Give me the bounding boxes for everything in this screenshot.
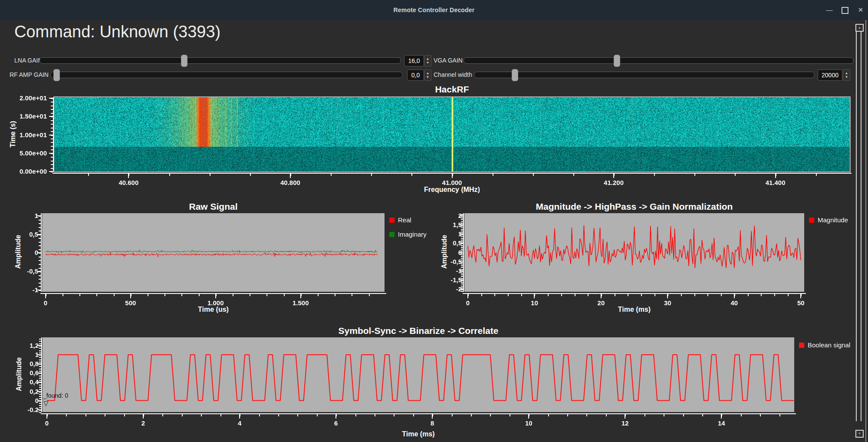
y-minor-tick <box>461 218 463 218</box>
spin-up-icon[interactable]: ▲ <box>845 72 848 75</box>
spin-up-icon[interactable]: ▲ <box>426 72 430 75</box>
x-tick-label: 4 <box>220 419 259 427</box>
x-minor-tick <box>233 294 233 296</box>
y-minor-tick <box>39 392 41 393</box>
y-minor-tick <box>51 106 53 106</box>
x-minor-tick <box>748 294 749 296</box>
y-minor-tick <box>39 242 41 243</box>
y-minor-tick <box>461 236 463 237</box>
x-tick-label: 41.400 <box>756 179 795 186</box>
x-minor-tick <box>641 294 642 296</box>
minimize-button[interactable]: — <box>823 0 836 20</box>
vga-gain-slider[interactable] <box>464 57 854 64</box>
y-minor-tick <box>461 274 463 275</box>
y-minor-tick <box>39 376 41 376</box>
lna-gain-stepper[interactable]: ▲ ▼ <box>424 55 431 66</box>
y-minor-tick <box>51 120 53 121</box>
y-minor-tick <box>51 128 53 129</box>
y-minor-tick <box>39 249 41 250</box>
channel-width-stepper[interactable]: ▲ ▼ <box>843 69 850 81</box>
x-minor-tick <box>707 294 708 296</box>
spectrogram-y-axis-label: Time (s) <box>9 104 17 165</box>
legend-swatch <box>799 343 804 348</box>
channel-width-handle[interactable] <box>512 69 518 81</box>
y-tick-label: -2 <box>423 285 462 293</box>
y-minor-tick <box>461 229 463 230</box>
legend-item: Boolean signal <box>799 341 850 349</box>
y-minor-tick <box>39 343 41 344</box>
x-tick-label: 14 <box>702 419 741 427</box>
rf-amp-gain-stepper[interactable]: ▲ ▼ <box>424 69 431 81</box>
x-axis-line <box>53 173 852 174</box>
x-tick-label: 2 <box>124 419 163 427</box>
y-major-tick <box>37 373 41 373</box>
y-major-tick <box>37 252 41 253</box>
y-minor-tick <box>39 220 41 221</box>
spin-down-icon[interactable]: ▼ <box>426 61 430 65</box>
x-tick-label: 6 <box>316 419 355 427</box>
y-axis-line <box>41 337 42 412</box>
channel-width-value-text: 20000 <box>822 72 838 79</box>
x-minor-tick <box>317 414 318 416</box>
x-minor-tick <box>124 414 125 416</box>
scroll-down-button[interactable]: ▼ <box>855 430 864 438</box>
y-minor-tick <box>39 362 41 363</box>
y-minor-tick <box>461 247 463 248</box>
x-minor-tick <box>369 294 370 296</box>
scroll-up-button[interactable]: ▲ <box>855 24 864 32</box>
x-minor-tick <box>588 294 589 296</box>
y-minor-tick <box>461 241 463 242</box>
x-minor-tick <box>761 294 762 296</box>
y-minor-tick <box>461 265 463 266</box>
close-button[interactable]: ✕ <box>854 0 867 20</box>
vga-gain-handle[interactable] <box>614 55 620 67</box>
y-minor-tick <box>39 373 41 374</box>
y-minor-tick <box>461 240 463 241</box>
x-minor-tick <box>575 294 575 296</box>
lna-gain-slider[interactable] <box>39 57 401 64</box>
x-minor-tick <box>702 414 703 416</box>
x-minor-tick <box>411 174 412 176</box>
y-minor-tick <box>461 271 463 272</box>
x-minor-tick <box>394 414 395 416</box>
y-axis-line <box>41 213 42 292</box>
scrollbar-track[interactable] <box>856 32 861 421</box>
x-tick-label: 12 <box>605 419 644 427</box>
x-axis-line <box>41 413 796 414</box>
channel-width-value[interactable]: 20000 <box>818 69 842 81</box>
y-minor-tick <box>39 268 41 269</box>
y-minor-tick <box>39 264 41 265</box>
legend-swatch <box>389 218 395 223</box>
rf-amp-gain-value[interactable]: 0,0 <box>407 69 424 81</box>
x-minor-tick <box>681 294 682 296</box>
lna-gain-value[interactable]: 16,0 <box>404 55 424 66</box>
y-tick-label: 1 <box>0 212 38 219</box>
magnitude-plot <box>464 213 804 292</box>
maximize-button[interactable] <box>838 0 852 20</box>
rf-amp-gain-label: RF AMP GAIN <box>10 71 49 78</box>
x-minor-tick <box>290 174 291 176</box>
x-tick-label: 40.600 <box>109 179 148 186</box>
y-minor-tick <box>461 219 463 220</box>
y-major-tick <box>49 98 53 99</box>
spin-up-icon[interactable]: ▲ <box>426 57 430 61</box>
spin-down-icon[interactable]: ▼ <box>426 76 430 79</box>
x-minor-tick <box>801 294 802 296</box>
x-minor-tick <box>85 414 86 416</box>
y-major-tick <box>459 234 463 234</box>
x-major-tick <box>721 414 722 419</box>
spin-down-icon[interactable]: ▼ <box>845 76 848 79</box>
x-major-tick <box>667 294 668 298</box>
y-minor-tick <box>51 98 53 99</box>
channel-width-slider[interactable] <box>474 72 815 78</box>
y-minor-tick <box>461 264 463 264</box>
y-major-tick <box>49 171 53 172</box>
y-minor-tick <box>461 254 463 255</box>
x-minor-tick <box>88 174 89 176</box>
x-minor-tick <box>216 294 217 296</box>
x-minor-tick <box>331 174 332 176</box>
rf-amp-gain-handle[interactable] <box>53 69 60 81</box>
rf-amp-gain-slider[interactable] <box>50 72 403 78</box>
x-minor-tick <box>606 414 607 416</box>
lna-gain-handle[interactable] <box>181 55 187 67</box>
